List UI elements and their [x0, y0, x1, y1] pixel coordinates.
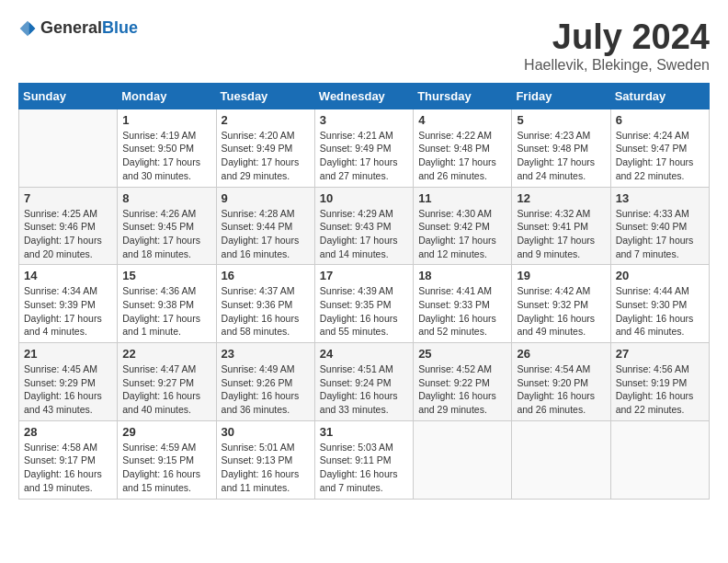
- day-number: 4: [418, 113, 506, 127]
- day-number: 11: [418, 191, 506, 205]
- calendar-cell: 18Sunrise: 4:41 AM Sunset: 9:33 PM Dayli…: [414, 265, 512, 343]
- day-number: 26: [517, 347, 605, 361]
- calendar-cell: 11Sunrise: 4:30 AM Sunset: 9:42 PM Dayli…: [414, 187, 512, 265]
- day-info: Sunrise: 4:39 AM Sunset: 9:35 PM Dayligh…: [320, 284, 408, 339]
- day-number: 9: [222, 191, 310, 205]
- week-row-5: 28Sunrise: 4:58 AM Sunset: 9:17 PM Dayli…: [19, 420, 710, 499]
- day-info: Sunrise: 4:23 AM Sunset: 9:48 PM Dayligh…: [517, 129, 605, 183]
- calendar-cell: 30Sunrise: 5:01 AM Sunset: 9:13 PM Dayli…: [216, 420, 314, 499]
- calendar-header: SundayMondayTuesdayWednesdayThursdayFrid…: [19, 83, 710, 109]
- day-number: 16: [222, 269, 310, 282]
- day-number: 6: [616, 113, 704, 127]
- calendar-cell: 8Sunrise: 4:26 AM Sunset: 9:45 PM Daylig…: [118, 187, 216, 265]
- day-info: Sunrise: 4:29 AM Sunset: 9:43 PM Dayligh…: [320, 207, 408, 261]
- calendar-table: SundayMondayTuesdayWednesdayThursdayFrid…: [18, 83, 710, 500]
- day-info: Sunrise: 4:30 AM Sunset: 9:42 PM Dayligh…: [418, 207, 506, 261]
- day-number: 7: [24, 191, 112, 205]
- day-number: 14: [24, 269, 112, 282]
- calendar-cell: 15Sunrise: 4:36 AM Sunset: 9:38 PM Dayli…: [118, 265, 216, 343]
- calendar-cell: [610, 420, 709, 499]
- day-info: Sunrise: 4:26 AM Sunset: 9:45 PM Dayligh…: [122, 207, 210, 261]
- day-info: Sunrise: 4:19 AM Sunset: 9:50 PM Dayligh…: [122, 129, 210, 183]
- week-row-1: 1Sunrise: 4:19 AM Sunset: 9:50 PM Daylig…: [19, 109, 710, 187]
- calendar-cell: 12Sunrise: 4:32 AM Sunset: 9:41 PM Dayli…: [512, 187, 610, 265]
- day-info: Sunrise: 4:51 AM Sunset: 9:24 PM Dayligh…: [320, 362, 408, 417]
- calendar-cell: 6Sunrise: 4:24 AM Sunset: 9:47 PM Daylig…: [610, 109, 709, 187]
- day-info: Sunrise: 4:47 AM Sunset: 9:27 PM Dayligh…: [122, 362, 210, 417]
- calendar-cell: 9Sunrise: 4:28 AM Sunset: 9:44 PM Daylig…: [216, 187, 314, 265]
- day-info: Sunrise: 4:34 AM Sunset: 9:39 PM Dayligh…: [24, 284, 112, 339]
- day-info: Sunrise: 4:49 AM Sunset: 9:26 PM Dayligh…: [222, 362, 310, 417]
- calendar-cell: 28Sunrise: 4:58 AM Sunset: 9:17 PM Dayli…: [19, 420, 118, 499]
- week-row-4: 21Sunrise: 4:45 AM Sunset: 9:29 PM Dayli…: [19, 343, 710, 421]
- day-info: Sunrise: 4:59 AM Sunset: 9:15 PM Dayligh…: [122, 441, 210, 495]
- page-header: GeneralBlue July 2024 Haellevik, Bleking…: [18, 18, 710, 74]
- day-info: Sunrise: 4:33 AM Sunset: 9:40 PM Dayligh…: [616, 207, 704, 261]
- day-info: Sunrise: 4:54 AM Sunset: 9:20 PM Dayligh…: [517, 362, 605, 417]
- day-number: 10: [320, 191, 408, 205]
- day-info: Sunrise: 4:32 AM Sunset: 9:41 PM Dayligh…: [517, 207, 605, 261]
- day-number: 20: [616, 269, 704, 282]
- calendar-cell: [414, 420, 512, 499]
- day-number: 1: [122, 113, 210, 127]
- calendar-cell: 23Sunrise: 4:49 AM Sunset: 9:26 PM Dayli…: [216, 343, 314, 421]
- calendar-cell: 25Sunrise: 4:52 AM Sunset: 9:22 PM Dayli…: [414, 343, 512, 421]
- location-subtitle: Haellevik, Blekinge, Sweden: [524, 57, 710, 74]
- day-info: Sunrise: 4:22 AM Sunset: 9:48 PM Dayligh…: [418, 129, 506, 183]
- calendar-cell: 21Sunrise: 4:45 AM Sunset: 9:29 PM Dayli…: [19, 343, 118, 421]
- day-number: 3: [320, 113, 408, 127]
- day-number: 19: [517, 269, 605, 282]
- calendar-cell: 10Sunrise: 4:29 AM Sunset: 9:43 PM Dayli…: [314, 187, 413, 265]
- day-number: 31: [320, 425, 408, 439]
- day-info: Sunrise: 4:36 AM Sunset: 9:38 PM Dayligh…: [122, 284, 210, 339]
- day-info: Sunrise: 4:24 AM Sunset: 9:47 PM Dayligh…: [616, 129, 704, 183]
- calendar-cell: [19, 109, 118, 187]
- day-info: Sunrise: 4:21 AM Sunset: 9:49 PM Dayligh…: [320, 129, 408, 183]
- calendar-cell: 29Sunrise: 4:59 AM Sunset: 9:15 PM Dayli…: [118, 420, 216, 499]
- day-info: Sunrise: 4:20 AM Sunset: 9:49 PM Dayligh…: [222, 129, 310, 183]
- calendar-body: 1Sunrise: 4:19 AM Sunset: 9:50 PM Daylig…: [19, 109, 710, 499]
- day-number: 12: [517, 191, 605, 205]
- calendar-cell: 20Sunrise: 4:44 AM Sunset: 9:30 PM Dayli…: [610, 265, 709, 343]
- day-number: 8: [122, 191, 210, 205]
- day-number: 18: [418, 269, 506, 282]
- day-number: 15: [122, 269, 210, 282]
- day-info: Sunrise: 5:03 AM Sunset: 9:11 PM Dayligh…: [320, 441, 408, 495]
- day-number: 13: [616, 191, 704, 205]
- calendar-cell: 31Sunrise: 5:03 AM Sunset: 9:11 PM Dayli…: [314, 420, 413, 499]
- calendar-cell: 7Sunrise: 4:25 AM Sunset: 9:46 PM Daylig…: [19, 187, 118, 265]
- day-number: 21: [24, 347, 112, 361]
- day-number: 17: [320, 269, 408, 282]
- day-info: Sunrise: 4:37 AM Sunset: 9:36 PM Dayligh…: [222, 284, 310, 339]
- column-header-saturday: Saturday: [610, 83, 709, 109]
- day-number: 27: [616, 347, 704, 361]
- day-number: 5: [517, 113, 605, 127]
- calendar-cell: 5Sunrise: 4:23 AM Sunset: 9:48 PM Daylig…: [512, 109, 610, 187]
- day-info: Sunrise: 4:28 AM Sunset: 9:44 PM Dayligh…: [222, 207, 310, 261]
- day-info: Sunrise: 5:01 AM Sunset: 9:13 PM Dayligh…: [222, 441, 310, 495]
- week-row-2: 7Sunrise: 4:25 AM Sunset: 9:46 PM Daylig…: [19, 187, 710, 265]
- day-number: 23: [222, 347, 310, 361]
- day-number: 28: [24, 425, 112, 439]
- calendar-cell: 19Sunrise: 4:42 AM Sunset: 9:32 PM Dayli…: [512, 265, 610, 343]
- day-number: 29: [122, 425, 210, 439]
- day-info: Sunrise: 4:52 AM Sunset: 9:22 PM Dayligh…: [418, 362, 506, 417]
- calendar-cell: [512, 420, 610, 499]
- day-number: 24: [320, 347, 408, 361]
- column-header-tuesday: Tuesday: [216, 83, 314, 109]
- logo-icon: [18, 19, 37, 38]
- column-header-friday: Friday: [512, 83, 610, 109]
- logo-general-text: General: [40, 18, 102, 37]
- week-row-3: 14Sunrise: 4:34 AM Sunset: 9:39 PM Dayli…: [19, 265, 710, 343]
- calendar-cell: 3Sunrise: 4:21 AM Sunset: 9:49 PM Daylig…: [314, 109, 413, 187]
- day-info: Sunrise: 4:58 AM Sunset: 9:17 PM Dayligh…: [24, 441, 112, 495]
- column-header-thursday: Thursday: [414, 83, 512, 109]
- logo-blue-text: Blue: [102, 18, 138, 37]
- calendar-cell: 14Sunrise: 4:34 AM Sunset: 9:39 PM Dayli…: [19, 265, 118, 343]
- calendar-cell: 22Sunrise: 4:47 AM Sunset: 9:27 PM Dayli…: [118, 343, 216, 421]
- day-info: Sunrise: 4:56 AM Sunset: 9:19 PM Dayligh…: [616, 362, 704, 417]
- calendar-cell: 26Sunrise: 4:54 AM Sunset: 9:20 PM Dayli…: [512, 343, 610, 421]
- day-info: Sunrise: 4:42 AM Sunset: 9:32 PM Dayligh…: [517, 284, 605, 339]
- column-header-sunday: Sunday: [19, 83, 118, 109]
- day-info: Sunrise: 4:41 AM Sunset: 9:33 PM Dayligh…: [418, 284, 506, 339]
